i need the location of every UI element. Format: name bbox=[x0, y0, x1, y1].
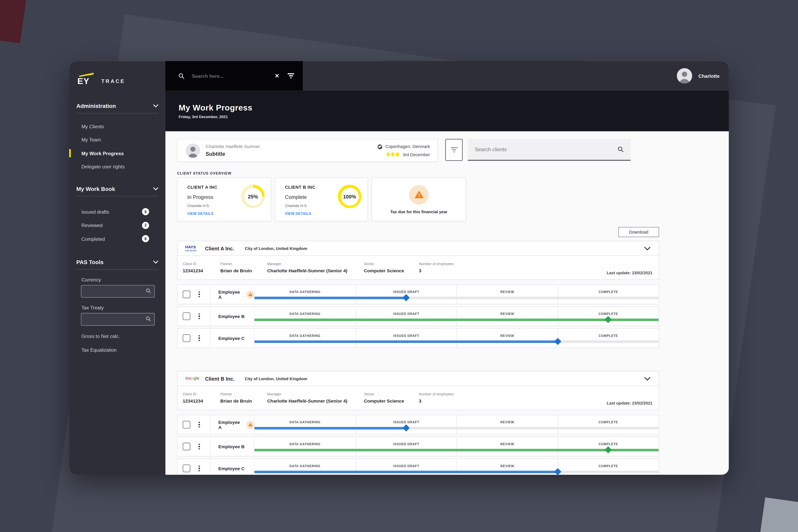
search-icon bbox=[178, 73, 185, 79]
kebab-menu-icon[interactable] bbox=[197, 420, 201, 429]
progress-track: DATA GATHERING ISSUED DRAFT REVIEW COMPL… bbox=[254, 459, 659, 475]
background-shape-corner bbox=[758, 497, 798, 532]
progress-track: DATA GATHERING ISSUED DRAFT REVIEW COMPL… bbox=[254, 329, 659, 347]
section-title: PAS Tools bbox=[76, 259, 103, 265]
tax-treaty-search-field[interactable] bbox=[81, 313, 155, 325]
partner-label: Partner bbox=[221, 262, 252, 266]
client-id-label: Client ID bbox=[183, 262, 203, 266]
sidebar-item-my-clients[interactable]: My Clients bbox=[76, 119, 158, 133]
kebab-menu-icon[interactable] bbox=[197, 442, 201, 451]
app-window: EY TRACE Administration My Clients My Te… bbox=[69, 61, 729, 475]
sidebar-item-reviewed[interactable]: Reviewed2 bbox=[76, 218, 158, 232]
employee-name: Employee C bbox=[218, 466, 244, 471]
client-panel: Google Client B Inc. City of London, Uni… bbox=[177, 371, 659, 475]
profile-subtitle: Subtitle bbox=[206, 151, 260, 157]
progress-track: DATA GATHERING ISSUED DRAFT REVIEW COMPL… bbox=[254, 415, 659, 434]
progress-line bbox=[254, 427, 406, 430]
sector-label: Sector bbox=[364, 262, 404, 266]
progress-track: DATA GATHERING ISSUED DRAFT REVIEW COMPL… bbox=[254, 285, 659, 304]
employee-name: Employee B bbox=[218, 314, 244, 319]
progress-track: DATA GATHERING ISSUED DRAFT REVIEW COMPL… bbox=[254, 307, 659, 325]
ey-logo[interactable]: EY bbox=[77, 77, 95, 86]
row-checkbox[interactable] bbox=[183, 291, 190, 298]
sidebar-item-gross-to-net[interactable]: Gross to Net calc. bbox=[76, 329, 158, 343]
employee-name: Employee A bbox=[218, 289, 242, 299]
employee-name: Employee A bbox=[218, 419, 242, 430]
client-panel: HAYS Client A Inc. City of London, Unite… bbox=[177, 241, 659, 348]
page-title: My Work Progress bbox=[178, 103, 729, 112]
profile-name: Charlotte Haeffelé-Sumner bbox=[206, 144, 260, 149]
chevron-down-icon[interactable] bbox=[644, 247, 650, 250]
client-panel-header[interactable]: HAYS Client A Inc. City of London, Unite… bbox=[177, 241, 659, 256]
client-id-value: 12341234 bbox=[183, 398, 203, 403]
client-search-input[interactable] bbox=[468, 139, 630, 160]
section-pas-tools[interactable]: PAS Tools bbox=[76, 259, 158, 265]
row-checkbox[interactable] bbox=[183, 421, 190, 429]
row-checkbox[interactable] bbox=[183, 464, 190, 472]
download-button[interactable]: Download bbox=[618, 227, 659, 237]
tax-treaty-input[interactable] bbox=[81, 313, 154, 325]
kebab-menu-icon[interactable] bbox=[197, 290, 201, 299]
warning-icon bbox=[246, 290, 254, 299]
sector-label: Sector bbox=[364, 392, 404, 396]
clear-search-icon[interactable]: ✕ bbox=[273, 71, 282, 80]
profile-date: 3rd December bbox=[403, 152, 430, 157]
section-my-work-book[interactable]: My Work Book bbox=[76, 186, 158, 192]
profile-location: Copenhagen, Denmark bbox=[385, 144, 430, 149]
kebab-menu-icon[interactable] bbox=[197, 464, 201, 473]
ey-logo-text: EY bbox=[77, 77, 95, 86]
global-search-input[interactable] bbox=[191, 73, 273, 79]
warning-icon bbox=[415, 191, 423, 198]
manager-label: Manager bbox=[267, 392, 347, 396]
view-details-link[interactable]: VIEW DETAILS bbox=[285, 212, 311, 215]
manager-value: Charlotte Haeffelé-Sumner (Senior 4) bbox=[267, 268, 347, 273]
currency-search-field[interactable] bbox=[81, 285, 155, 298]
client-search-field[interactable] bbox=[468, 139, 630, 161]
divider bbox=[76, 269, 158, 269]
client-panel-header[interactable]: Google Client B Inc. City of London, Uni… bbox=[177, 371, 659, 386]
client-status-overview-label: CLIENT STATUS OVERVIEW bbox=[177, 172, 659, 175]
row-checkbox[interactable] bbox=[183, 443, 190, 450]
row-checkbox[interactable] bbox=[183, 334, 190, 342]
sidebar-item-my-team[interactable]: My Team bbox=[76, 133, 158, 147]
desktop-background: EY TRACE Administration My Clients My Te… bbox=[0, 0, 798, 532]
kebab-menu-icon[interactable] bbox=[197, 312, 201, 321]
global-search-bar[interactable]: ✕ bbox=[165, 61, 303, 91]
tax-treaty-label: Tax Treaty bbox=[81, 305, 158, 310]
progress-track: DATA GATHERING ISSUED DRAFT REVIEW COMPL… bbox=[254, 437, 659, 456]
sidebar-item-tax-equalization[interactable]: Tax Equalization bbox=[76, 343, 158, 357]
employees-value: 3 bbox=[419, 398, 454, 403]
section-administration[interactable]: Administration bbox=[76, 103, 158, 109]
tax-due-alert-card: Tax due for this financial year bbox=[372, 177, 466, 221]
view-details-link[interactable]: VIEW DETAILS bbox=[187, 212, 214, 215]
progress-line bbox=[254, 341, 557, 343]
row-checkbox[interactable] bbox=[183, 312, 190, 320]
client-location: City of London, United Kingdom bbox=[245, 376, 307, 381]
calendar-squares-icon bbox=[387, 153, 399, 156]
employee-name: Employee C bbox=[218, 336, 244, 341]
client-info-row: Client ID12341234 PartnerBrian de Bruin … bbox=[177, 256, 659, 280]
sidebar-item-delegate-user-rights[interactable]: Delegate user rights bbox=[76, 160, 158, 173]
count-badge: 2 bbox=[142, 222, 149, 229]
warning-icon bbox=[246, 420, 254, 429]
sidebar-item-my-work-progress[interactable]: My Work Progress bbox=[76, 147, 158, 160]
background-shape-maroon bbox=[0, 0, 26, 43]
chevron-down-icon bbox=[153, 187, 158, 190]
last-update: Last update: 23/02/2021 bbox=[607, 401, 652, 405]
search-icon[interactable] bbox=[617, 146, 624, 153]
chevron-down-icon[interactable] bbox=[644, 377, 650, 381]
client-info-row: Client ID12341234 PartnerBrian de Bruin … bbox=[177, 386, 659, 410]
sector-value: Computer Science bbox=[364, 268, 404, 273]
sidebar-item-issued-drafts[interactable]: Issued drafts5 bbox=[76, 205, 158, 218]
currency-input[interactable] bbox=[81, 285, 154, 297]
user-menu[interactable]: Charlotte bbox=[677, 61, 720, 91]
sidebar-item-completed[interactable]: Completed6 bbox=[76, 232, 158, 246]
avatar bbox=[677, 68, 692, 83]
topbar: ✕ Charlotte bbox=[165, 61, 729, 91]
page-date: Friday, 3rd December, 2021 bbox=[178, 114, 729, 119]
filter-icon[interactable] bbox=[286, 72, 296, 80]
employee-row: Employee C DATA GATHERING ISSUED DRAFT R… bbox=[177, 458, 659, 475]
kebab-menu-icon[interactable] bbox=[197, 334, 201, 342]
chevron-down-icon bbox=[153, 104, 158, 107]
client-filter-button[interactable] bbox=[445, 139, 463, 161]
